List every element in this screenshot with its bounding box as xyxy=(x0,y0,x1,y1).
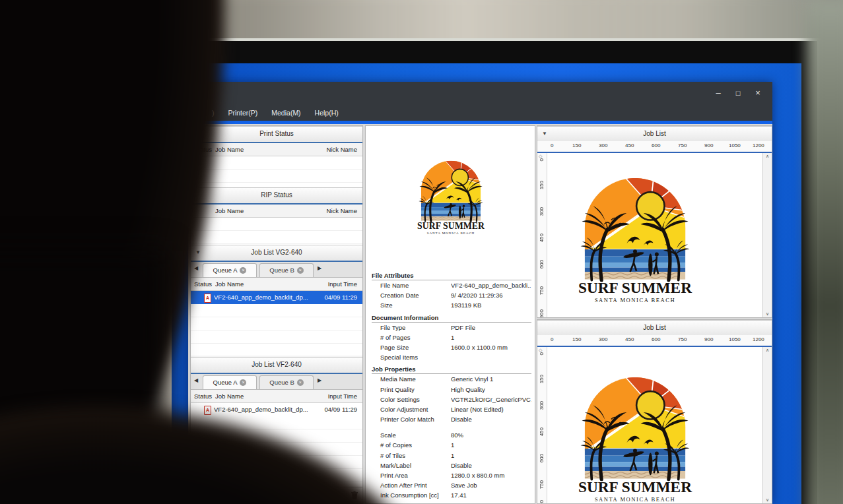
detail-label: Special Items xyxy=(380,352,418,362)
vf2-job-row[interactable]: A VF2-640_app_demo_backlit_dp... 04/09 1… xyxy=(191,403,362,416)
detail-value: 9/ 4/2020 11:29:36 xyxy=(451,290,531,300)
col-nick-name: Nick Name xyxy=(327,143,357,156)
preview-a-title: Job List xyxy=(643,130,665,137)
preview-b-canvas[interactable]: ◇ 0 150 300 450 600 750 900 xyxy=(537,347,763,503)
maximize-button[interactable]: □ xyxy=(731,88,745,98)
tab-queue-b[interactable]: Queue B× xyxy=(259,375,314,389)
vertical-scrollbar[interactable]: ∧ ∨ xyxy=(762,153,772,317)
detail-row: Printer Color MatchDisable xyxy=(372,414,531,424)
detail-row: Print QualityHigh Quality xyxy=(372,385,531,394)
close-button[interactable]: × xyxy=(751,88,764,98)
print-status-list[interactable] xyxy=(191,156,362,187)
ruler-tick: 150 xyxy=(572,142,581,148)
horizontal-ruler: 0 150 300 450 600 750 900 1050 1200 xyxy=(537,335,772,347)
minimize-button[interactable]: – xyxy=(712,88,725,98)
tab-close-icon[interactable]: × xyxy=(240,267,246,274)
menu-item-printer[interactable]: Printer(P) xyxy=(228,106,257,121)
vf2-columns: Status Job Name Input Time xyxy=(191,390,362,403)
tab-prev-icon[interactable]: ◀ xyxy=(194,377,198,383)
collapse-icon[interactable]: ▼ xyxy=(542,127,547,141)
ruler-tick: 600 xyxy=(652,336,660,342)
detail-label: Action After Print xyxy=(380,480,427,490)
detail-row: Creation Date9/ 4/2020 11:29:36 xyxy=(372,290,531,300)
rip-status-header[interactable]: RIP Status xyxy=(191,187,362,205)
job-name: VF2-640_app_demo_backlit_dp... xyxy=(214,291,308,304)
ruler-tick: 1200 xyxy=(753,142,764,148)
job-input-time: 04/09 11:29 xyxy=(325,291,357,304)
ruler-tick: 300 xyxy=(599,142,607,148)
job-details: File Attributes File NameVF2-640_app_dem… xyxy=(372,268,531,501)
scroll-down-icon[interactable]: ∨ xyxy=(763,497,772,503)
menu-bar: ) Printer(P) Media(M) Help(H) xyxy=(188,106,772,121)
rip-status-list[interactable] xyxy=(191,218,362,245)
section-file-attributes: File Attributes xyxy=(372,270,531,280)
col-job-name: Job Name xyxy=(215,390,244,402)
tab-queue-b-label: Queue B xyxy=(269,379,294,386)
detail-label: Mark/Label xyxy=(380,460,411,470)
job-details-panel: File Attributes File NameVF2-640_app_dem… xyxy=(365,125,535,504)
detail-value: Disable xyxy=(451,460,531,470)
detail-label: Print Area xyxy=(380,470,408,480)
vg2-job-row[interactable]: A VF2-640_app_demo_backlit_dp... 04/09 1… xyxy=(191,291,362,304)
detail-row: Special Items xyxy=(372,352,531,362)
tab-queue-a[interactable]: Queue A× xyxy=(203,263,257,277)
detail-value: Generic Vinyl 1 xyxy=(451,374,531,384)
ruler-tick: 750 xyxy=(678,336,687,342)
pdf-icon: A xyxy=(204,294,211,303)
detail-label: File Name xyxy=(380,280,409,290)
detail-row: Color AdjustmentLinear (Not Edited) xyxy=(372,404,531,414)
ruler-tick: 450 xyxy=(539,234,545,242)
ruler-tick: 150 xyxy=(572,336,581,342)
detail-row: Print Area1280.0 x 880.0 mm xyxy=(372,470,531,480)
detail-value: VF2-640_app_demo_backli... xyxy=(451,280,531,290)
tab-next-icon[interactable]: ▶ xyxy=(318,377,321,383)
tab-close-icon[interactable]: × xyxy=(297,379,304,386)
detail-label: Scale xyxy=(380,430,396,440)
pdf-icon: A xyxy=(204,406,211,415)
detail-row: # of Tiles1 xyxy=(372,451,531,460)
ruler-tick: 1050 xyxy=(729,336,741,342)
col-input-time: Input Time xyxy=(328,390,357,402)
detail-label: Printer Color Match xyxy=(380,414,434,424)
ruler-tick: 1200 xyxy=(753,336,764,342)
ruler-tick: 300 xyxy=(539,401,545,410)
job-list-vg2-header[interactable]: ▼ Job List VG2-640 xyxy=(191,245,362,262)
detail-row: # of Pages1 xyxy=(372,332,531,342)
tab-queue-b-label: Queue B xyxy=(269,267,294,274)
col-job-name: Job Name xyxy=(215,205,244,217)
tab-queue-a[interactable]: Queue A× xyxy=(203,375,257,389)
detail-value: VGTR2LkOrGr_GenericPVC... xyxy=(451,394,531,404)
scroll-up-icon[interactable]: ∧ xyxy=(763,154,772,159)
tab-close-icon[interactable]: × xyxy=(297,267,304,274)
ruler-tick: 750 xyxy=(539,480,545,489)
menu-item-media[interactable]: Media(M) xyxy=(271,106,300,121)
preview-a-canvas[interactable]: ◇ 0 150 300 450 600 750 900 xyxy=(537,153,763,317)
ruler-tick: 150 xyxy=(539,375,545,383)
detail-row: File NameVF2-640_app_demo_backli... xyxy=(372,280,531,290)
vertical-scrollbar[interactable]: ∧ ∨ xyxy=(762,347,772,503)
detail-value: Disable xyxy=(451,414,531,424)
tab-close-icon[interactable]: × xyxy=(240,379,246,386)
col-job-name: Job Name xyxy=(215,143,244,156)
scroll-down-icon[interactable]: ∨ xyxy=(763,311,772,317)
detail-value: 193119 KB xyxy=(451,300,531,310)
tab-next-icon[interactable]: ▶ xyxy=(318,265,321,271)
job-list-vf2-header[interactable]: Job List VF2-640 xyxy=(191,357,362,374)
detail-value: High Quality xyxy=(451,385,531,394)
ruler-tick: 900 xyxy=(539,500,545,504)
preview-panel-a: ▼ Job List 0 150 300 450 600 750 900 105… xyxy=(537,125,772,318)
detail-row: Media NameGeneric Vinyl 1 xyxy=(372,374,531,384)
col-status: Status xyxy=(194,278,212,290)
job-input-time: 04/09 11:29 xyxy=(325,403,357,416)
title-bar: – □ × xyxy=(188,82,772,106)
vg2-tab-bar: ◀ Queue A× Queue B× ▶ xyxy=(191,262,362,278)
detail-label: # of Pages xyxy=(380,332,410,342)
ruler-tick: 600 xyxy=(539,454,545,462)
scroll-up-icon[interactable]: ∧ xyxy=(763,348,772,353)
vertical-ruler: ◇ 0 150 300 450 600 750 900 xyxy=(537,153,547,317)
tab-queue-b[interactable]: Queue B× xyxy=(259,263,314,277)
ruler-tick: 0 xyxy=(551,336,553,342)
menu-item-help[interactable]: Help(H) xyxy=(315,106,339,121)
vg2-job-list[interactable] xyxy=(191,304,362,356)
col-input-time: Input Time xyxy=(328,278,357,290)
